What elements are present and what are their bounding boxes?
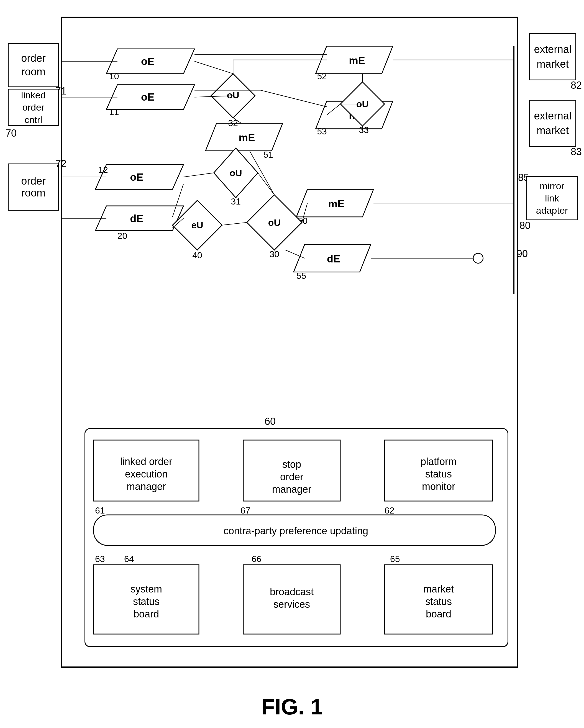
svg-text:32: 32 xyxy=(228,118,238,128)
svg-line-58 xyxy=(285,250,305,258)
svg-marker-7 xyxy=(95,165,183,189)
svg-text:mE: mE xyxy=(349,110,365,121)
svg-line-47 xyxy=(194,61,233,74)
external-market-83: externalmarket xyxy=(529,100,576,147)
svg-text:65: 65 xyxy=(390,554,400,564)
label-60: 60 xyxy=(265,416,276,427)
svg-text:board: board xyxy=(426,608,451,620)
fig-label: FIG. 1 xyxy=(261,694,323,720)
svg-text:67: 67 xyxy=(240,505,250,516)
svg-marker-34 xyxy=(247,195,302,250)
svg-point-70 xyxy=(473,253,483,263)
svg-text:services: services xyxy=(273,599,310,610)
svg-text:30: 30 xyxy=(270,249,279,259)
svg-text:66: 66 xyxy=(251,554,262,564)
svg-text:40: 40 xyxy=(192,250,202,260)
svg-line-50 xyxy=(172,184,184,217)
svg-text:manager: manager xyxy=(272,484,311,495)
svg-text:status: status xyxy=(133,596,160,607)
svg-marker-31 xyxy=(214,148,258,198)
svg-text:oE: oE xyxy=(130,171,143,183)
bottom-section-svg: linked order execution manager stop orde… xyxy=(85,429,509,648)
svg-text:board: board xyxy=(134,608,159,620)
label-90: 90 xyxy=(517,248,528,260)
svg-text:52: 52 xyxy=(317,71,327,81)
svg-text:status: status xyxy=(425,468,452,480)
svg-text:61: 61 xyxy=(95,505,105,516)
svg-text:linked order: linked order xyxy=(120,456,172,467)
svg-line-48 xyxy=(194,96,233,97)
svg-line-49 xyxy=(183,173,214,177)
svg-text:mE: mE xyxy=(239,132,255,143)
order-room-72: orderroom xyxy=(8,163,59,211)
svg-text:dE: dE xyxy=(130,212,143,224)
svg-marker-25 xyxy=(294,244,371,272)
svg-line-55 xyxy=(222,223,246,225)
svg-text:53: 53 xyxy=(317,126,327,136)
svg-text:12: 12 xyxy=(98,165,108,175)
svg-marker-13 xyxy=(206,123,283,151)
svg-text:mE: mE xyxy=(328,198,345,209)
svg-marker-40 xyxy=(172,200,222,250)
svg-text:oU: oU xyxy=(268,217,281,228)
svg-text:oE: oE xyxy=(141,55,154,67)
svg-text:55: 55 xyxy=(296,271,306,281)
svg-text:10: 10 xyxy=(109,71,119,81)
svg-text:system: system xyxy=(131,583,162,595)
svg-text:dE: dE xyxy=(327,253,340,265)
label-70: 70 xyxy=(5,128,17,139)
svg-text:20: 20 xyxy=(117,231,127,241)
svg-text:mE: mE xyxy=(349,55,365,66)
label-72: 72 xyxy=(55,158,67,170)
svg-text:broadcast: broadcast xyxy=(270,586,314,597)
svg-text:64: 64 xyxy=(124,554,134,564)
svg-marker-1 xyxy=(106,49,194,73)
svg-text:status: status xyxy=(425,596,452,607)
svg-text:oU: oU xyxy=(230,168,242,178)
svg-text:market: market xyxy=(423,583,454,595)
label-83: 83 xyxy=(571,146,582,158)
svg-line-53 xyxy=(236,148,239,151)
svg-text:manager: manager xyxy=(127,481,166,492)
svg-line-56 xyxy=(249,151,274,195)
svg-marker-37 xyxy=(341,82,384,126)
svg-text:62: 62 xyxy=(384,505,395,516)
mirror-link-adapter: mirrorlinkadapter xyxy=(526,176,578,220)
page: oE 10 oE 11 oE 12 dE 20 mE 51 mE 50 xyxy=(0,0,584,728)
svg-text:11: 11 xyxy=(109,107,119,117)
svg-line-54 xyxy=(258,173,274,195)
svg-marker-19 xyxy=(316,46,393,74)
svg-text:execution: execution xyxy=(125,468,168,480)
order-room-71: orderroom xyxy=(8,43,59,87)
svg-text:platform: platform xyxy=(421,456,456,467)
label-80: 80 xyxy=(520,220,531,231)
bottom-section: linked order execution manager stop orde… xyxy=(84,428,508,647)
svg-text:31: 31 xyxy=(231,197,240,206)
svg-text:51: 51 xyxy=(263,150,273,160)
svg-line-52 xyxy=(233,118,241,123)
svg-line-51 xyxy=(172,218,184,228)
svg-marker-28 xyxy=(211,74,255,118)
svg-line-64 xyxy=(327,104,341,115)
svg-marker-16 xyxy=(296,189,373,217)
svg-text:oU: oU xyxy=(356,99,369,109)
svg-text:50: 50 xyxy=(298,216,308,226)
svg-marker-10 xyxy=(95,206,183,231)
svg-line-73 xyxy=(261,90,327,107)
svg-line-57 xyxy=(302,203,308,223)
svg-text:monitor: monitor xyxy=(422,481,455,492)
svg-marker-4 xyxy=(106,85,194,109)
svg-text:order: order xyxy=(280,471,303,483)
linked-order-cntrl: linkedordercntrl xyxy=(8,89,59,126)
svg-text:stop: stop xyxy=(282,459,301,470)
label-82: 82 xyxy=(571,80,582,91)
svg-text:oE: oE xyxy=(141,91,154,103)
svg-text:63: 63 xyxy=(95,554,105,564)
svg-text:eU: eU xyxy=(191,220,203,231)
svg-text:oU: oU xyxy=(227,90,239,100)
svg-text:contra-party preference updati: contra-party preference updating xyxy=(223,525,368,537)
svg-marker-22 xyxy=(316,101,393,129)
external-market-82: externalmarket xyxy=(529,33,576,80)
main-box: oE 10 oE 11 oE 12 dE 20 mE 51 mE 50 xyxy=(61,17,518,668)
svg-text:33: 33 xyxy=(359,125,369,135)
